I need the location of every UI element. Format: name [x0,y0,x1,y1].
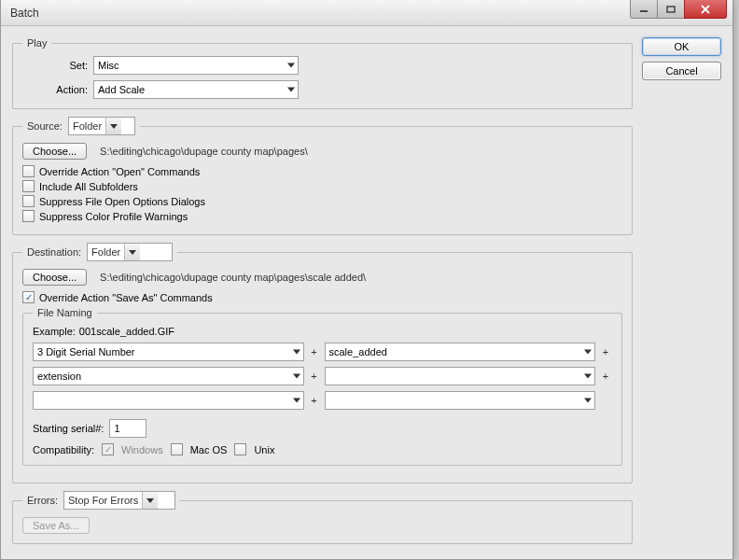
compat-windows-label: Windows [121,444,163,455]
minimize-button[interactable] [630,0,658,19]
chevron-down-icon [129,250,136,255]
filename-field-4[interactable] [325,367,596,385]
cancel-button[interactable]: Cancel [642,62,721,80]
play-legend: Play [22,37,51,49]
file-naming-grid: 3 Digit Serial Number + scale_added + ex… [33,343,612,410]
suppress-open-dialogs-label: Suppress File Open Options Dialogs [39,196,205,207]
errors-group: Errors: Stop For Errors Save As... [12,491,633,544]
compat-unix-checkbox[interactable] [234,443,246,455]
suppress-color-warnings-checkbox[interactable] [22,210,35,222]
errors-value: Stop For Errors [68,495,138,506]
filename-field-3[interactable]: extension [33,367,304,385]
titlebar-buttons [631,0,732,21]
override-saveas-checkbox[interactable] [22,291,35,303]
set-label: Set: [22,60,88,71]
chevron-down-icon [293,350,300,355]
dialog-content: Play Set: Misc Action: Add Scale [1,26,732,559]
minimize-icon [639,6,648,13]
chevron-down-icon [584,399,592,403]
plus-separator: + [308,367,321,385]
suppress-color-warnings-label: Suppress Color Profile Warnings [39,211,188,222]
source-label: Source: [27,120,63,132]
source-legend: Source: Folder [22,117,140,135]
filename-field-6[interactable] [325,391,596,410]
maximize-button[interactable] [657,0,685,19]
save-as-button: Save As... [22,517,90,534]
plus-separator: + [599,343,612,361]
source-select[interactable]: Folder [68,117,135,135]
action-label: Action: [22,84,88,95]
chevron-down-icon [293,399,300,403]
close-button[interactable] [684,0,727,19]
starting-serial-label: Starting serial#: [33,423,104,434]
set-select[interactable]: Misc [93,56,299,75]
chevron-down-icon [293,374,300,379]
titlebar: Batch [1,0,732,26]
errors-legend: Errors: Stop For Errors [22,491,180,510]
chevron-down-icon [110,124,118,129]
destination-value: Folder [91,246,120,258]
action-value: Add Scale [98,84,145,95]
file-naming-legend: File Naming [33,307,97,318]
example-value: 001scale_added.GIF [79,326,174,337]
window-title: Batch [10,7,39,20]
destination-select[interactable]: Folder [87,243,173,261]
source-value: Folder [73,120,102,132]
svg-rect-0 [640,10,648,12]
destination-choose-button[interactable]: Choose... [22,269,87,286]
compat-windows-checkbox [102,443,114,455]
destination-label: Destination: [27,246,81,258]
set-value: Misc [98,60,119,71]
override-open-checkbox[interactable] [22,165,35,177]
filename-field-1[interactable]: 3 Digit Serial Number [33,343,304,361]
file-naming-group: File Naming Example: 001scale_added.GIF … [22,307,622,466]
override-open-label: Override Action "Open" Commands [39,166,200,177]
example-label: Example: [33,326,76,337]
errors-label: Errors: [27,495,58,506]
destination-legend: Destination: Folder [22,243,177,261]
include-subfolders-checkbox[interactable] [22,180,35,192]
filename-field-5[interactable] [33,391,304,410]
chevron-down-icon [584,374,592,379]
maximize-icon [666,6,676,13]
plus-separator: + [308,343,321,361]
include-subfolders-label: Include All Subfolders [39,181,138,192]
chevron-down-icon [287,63,295,68]
destination-group: Destination: Folder Choose... S:\editing… [12,243,633,483]
source-path: S:\editing\chicago\dupage county map\pag… [100,146,308,157]
compat-mac-checkbox[interactable] [171,443,183,455]
compat-unix-label: Unix [254,444,274,455]
svg-rect-1 [667,7,675,12]
action-select[interactable]: Add Scale [93,80,299,99]
batch-dialog: Batch Play Set: Misc [0,0,733,560]
override-saveas-label: Override Action "Save As" Commands [39,292,213,303]
chevron-down-icon [584,350,592,355]
close-icon [701,5,710,14]
play-group: Play Set: Misc Action: Add Scale [12,37,633,109]
compat-label: Compatibility: [33,444,94,455]
plus-separator: + [308,391,321,410]
plus-separator: + [599,367,612,385]
suppress-open-dialogs-checkbox[interactable] [22,195,35,207]
destination-path: S:\editing\chicago\dupage county map\pag… [100,272,366,283]
errors-select[interactable]: Stop For Errors [63,491,175,510]
source-group: Source: Folder Choose... S:\editing\chic… [12,117,633,235]
ok-button[interactable]: OK [642,37,721,56]
chevron-down-icon [287,88,295,92]
chevron-down-icon [146,498,154,503]
compat-mac-label: Mac OS [190,444,228,455]
source-choose-button[interactable]: Choose... [22,143,87,160]
starting-serial-input[interactable] [109,419,146,438]
filename-field-2[interactable]: scale_added [325,343,596,361]
right-column: OK Cancel [642,37,721,548]
left-column: Play Set: Misc Action: Add Scale [12,37,633,548]
